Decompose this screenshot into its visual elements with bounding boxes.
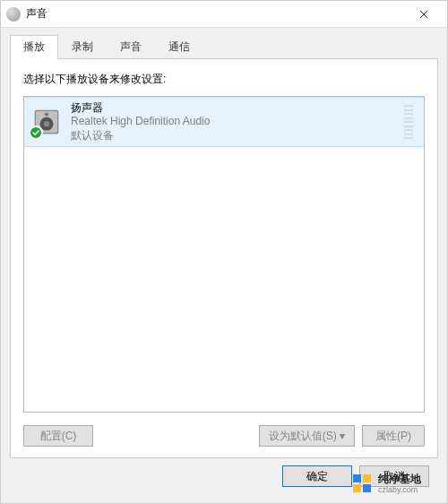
svg-rect-6	[353, 484, 361, 492]
tab-strip: 播放 录制 声音 通信	[10, 35, 438, 59]
svg-rect-7	[363, 484, 371, 492]
panel-button-row: 配置(C) 设为默认值(S) ▾ 属性(P)	[23, 425, 425, 447]
watermark-sub: czlaby.com	[378, 485, 421, 495]
configure-button[interactable]: 配置(C)	[23, 425, 93, 447]
watermark-main: 纯净基地	[378, 473, 421, 485]
watermark: 纯净基地 czlaby.com	[351, 473, 421, 495]
device-icon-wrap	[31, 107, 62, 137]
dialog-content: 播放 录制 声音 通信 选择以下播放设备来修改设置:	[1, 28, 447, 503]
device-item[interactable]: 扬声器 Realtek High Definition Audio 默认设备	[24, 97, 424, 147]
level-meter	[404, 105, 413, 139]
device-desc: Realtek High Definition Audio	[71, 115, 395, 129]
window-title: 声音	[26, 6, 406, 22]
svg-rect-5	[363, 474, 371, 482]
sound-settings-window: 声音 播放 录制 声音 通信 选择以下播放设备来修改设置:	[0, 0, 448, 504]
svg-point-3	[45, 112, 48, 116]
window-icon	[6, 7, 21, 22]
device-name: 扬声器	[71, 101, 395, 116]
device-list[interactable]: 扬声器 Realtek High Definition Audio 默认设备	[23, 96, 425, 413]
tab-recording[interactable]: 录制	[58, 35, 107, 59]
ok-button[interactable]: 确定	[282, 465, 352, 487]
watermark-logo-icon	[351, 473, 373, 494]
titlebar: 声音	[1, 1, 447, 28]
check-icon	[29, 126, 43, 140]
instruction-text: 选择以下播放设备来修改设置:	[23, 72, 425, 87]
device-text: 扬声器 Realtek High Definition Audio 默认设备	[71, 101, 395, 143]
tab-communications[interactable]: 通信	[155, 35, 203, 59]
properties-button[interactable]: 属性(P)	[362, 425, 425, 447]
close-button[interactable]	[406, 1, 442, 27]
svg-rect-4	[353, 474, 361, 482]
device-status: 默认设备	[71, 129, 395, 143]
tab-playback[interactable]: 播放	[10, 35, 58, 59]
playback-panel: 选择以下播放设备来修改设置:	[10, 58, 438, 458]
set-default-button[interactable]: 设为默认值(S) ▾	[259, 425, 355, 447]
tab-sounds[interactable]: 声音	[107, 35, 155, 59]
svg-point-2	[44, 121, 49, 126]
